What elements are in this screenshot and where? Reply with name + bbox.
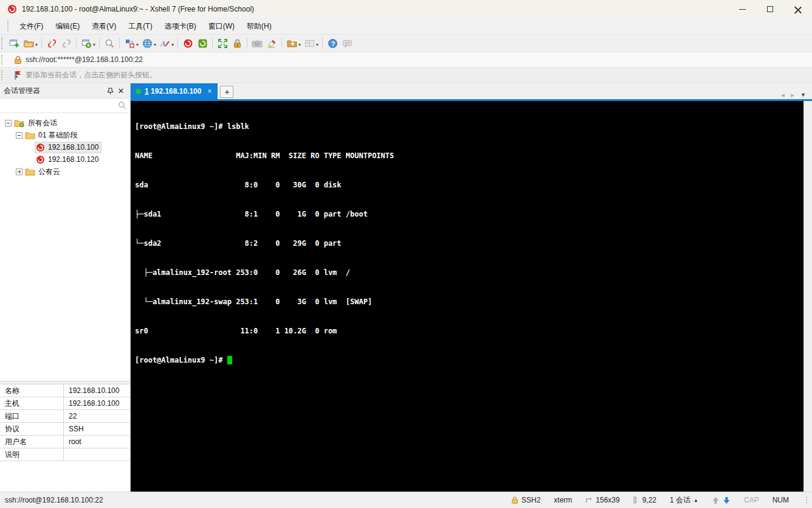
terminal-line: NAME MAJ:MIN RM SIZE RO TYPE MOUNTPOINTS [135,151,394,161]
info-grip[interactable] [1,70,5,81]
session-properties-table: 名称192.168.10.100 主机192.168.10.100 端口22 协… [0,384,130,461]
property-row: 说明 [0,448,130,461]
address-url[interactable]: ssh://root:******@192.168.10.100:22 [26,55,143,64]
minimize-button[interactable] [728,0,756,18]
fullscreen-icon[interactable] [215,36,230,50]
new-terminal-dropdown-caret[interactable]: ▾ [298,42,301,47]
tab-session-active[interactable]: 1 192.168.10.100 × [131,83,218,99]
find-icon[interactable] [102,36,117,50]
encryption-lock-icon [511,496,518,504]
resize-icon [585,496,593,504]
new-terminal-icon[interactable] [284,36,299,50]
session-search-input[interactable] [0,99,130,113]
info-message: 要添加当前会话，点击左侧的箭头按钮。 [26,70,157,80]
new-session-icon[interactable] [7,36,21,50]
menu-edit[interactable]: 编辑(E) [50,19,85,34]
property-row: 主机192.168.10.100 [0,397,130,410]
menu-window[interactable]: 窗口(W) [203,19,240,34]
menu-file[interactable]: 文件(F) [14,19,49,34]
session-properties-icon[interactable] [79,36,94,50]
status-terminal-type[interactable]: xterm [554,496,572,504]
svg-text:?: ? [331,40,335,47]
close-button[interactable] [784,0,812,18]
title-bar: 192.168.10.100 - root@AlmaLinux9:~ - Xsh… [0,0,812,18]
flag-icon[interactable] [14,71,22,80]
web-browser-icon[interactable] [140,36,154,50]
highlight-icon[interactable] [264,36,279,50]
property-row: 协议SSH [0,423,130,436]
tree-item-folder-01[interactable]: 01 基础阶段 [0,129,130,141]
terminal-line: [root@AlmaLinux9 ~]# lsblk [135,122,394,131]
toolbar-grip[interactable] [7,21,11,32]
terminal-prompt: [root@AlmaLinux9 ~]# [135,355,227,365]
xshell-icon[interactable] [181,36,195,50]
session-search [0,99,130,113]
svg-text:A: A [160,39,165,48]
toolbar-grip[interactable] [1,37,5,49]
tree-item-public-cloud[interactable]: 公有云 [0,165,130,178]
menu-view[interactable]: 查看(V) [86,19,122,34]
properties-dropdown-caret[interactable]: ▾ [93,42,95,47]
help-icon[interactable]: ? [325,36,340,50]
tab-scroll-right-icon[interactable]: ▸ [791,91,794,99]
chevron-up-icon: ▲ [693,498,698,503]
search-icon[interactable] [118,101,126,111]
font-icon[interactable]: A [157,36,172,50]
tab-list-dropdown-icon[interactable]: ▼ [800,92,806,98]
address-grip[interactable] [1,55,5,65]
xftp-icon[interactable] [195,36,210,50]
reconnect-icon[interactable] [59,36,74,50]
session-icon [36,155,45,164]
session-manager-panel: 会话管理器 ✕ 所有会话 01 基础阶段 [0,83,131,492]
new-tab-button[interactable]: + [220,86,233,98]
root-folder-icon [14,119,25,127]
info-bar: 要添加当前会话，点击左侧的箭头按钮。 [0,68,812,83]
font-dropdown-caret[interactable]: ▾ [171,42,174,47]
feedback-icon[interactable] [340,36,354,50]
lock-screen-icon[interactable] [230,36,244,50]
expand-icon[interactable] [16,169,22,175]
disconnect-icon[interactable] [44,36,59,50]
collapse-icon[interactable] [16,132,22,139]
tab-scroll-left-icon[interactable]: ◂ [781,91,785,99]
menu-tools[interactable]: 工具(T) [123,19,157,34]
session-count-dropdown[interactable]: 1 会话 ▲ [670,495,698,506]
browser-dropdown-caret[interactable]: ▾ [154,42,156,47]
tree-item-all-sessions[interactable]: 所有会话 [0,117,130,129]
virtual-keyboard-icon[interactable] [250,36,264,50]
tab-bar: 1 192.168.10.100 × + ◂ ▸ ▼ [131,83,812,99]
session-manager-title: 会话管理器 [4,86,105,96]
terminal-line: ├─almalinux_192-root 253:0 0 26G 0 lvm / [135,268,394,277]
resize-grip[interactable] [806,497,807,503]
menu-tabs[interactable]: 选项卡(B) [159,19,202,34]
menu-bar: 文件(F) 编辑(E) 查看(V) 工具(T) 选项卡(B) 窗口(W) 帮助(… [0,18,812,35]
collapse-icon[interactable] [5,120,12,127]
address-bar[interactable]: ssh://root:******@192.168.10.100:22 [0,52,812,68]
layout-icon[interactable] [302,36,317,50]
panel-close-icon[interactable]: ✕ [115,85,126,96]
window-title: 192.168.10.100 - root@AlmaLinux9:~ - Xsh… [22,5,254,13]
pin-icon[interactable] [105,85,115,96]
layout-dropdown-caret[interactable]: ▾ [316,42,318,47]
open-dropdown-caret[interactable]: ▾ [35,42,38,47]
open-folder-icon[interactable] [21,36,36,50]
folder-icon [25,167,35,176]
new-file-transfer-icon[interactable] [122,36,137,50]
scroll-up-icon[interactable] [712,496,720,504]
session-tree: 所有会话 01 基础阶段 192.168.10.100 192.168.10.1… [0,113,130,381]
status-bar: ssh://root@192.168.10.100:22 SSH2 xterm … [0,492,812,508]
menu-help[interactable]: 帮助(H) [241,19,277,34]
tree-item-session-120[interactable]: 192.168.10.120 [0,153,130,165]
scroll-down-icon[interactable] [723,496,731,504]
transfer-dropdown-caret[interactable]: ▾ [136,42,139,47]
property-row: 端口22 [0,410,130,423]
status-encryption: SSH2 [511,496,540,504]
folder-icon [25,131,35,139]
property-row: 用户名root [0,436,130,448]
terminal-line: sr0 11:0 1 10.2G 0 rom [135,326,394,336]
tree-item-session-100[interactable]: 192.168.10.100 [0,141,130,153]
terminal-screen[interactable]: [root@AlmaLinux9 ~]# lsblk NAME MAJ:MIN … [131,101,812,492]
maximize-button[interactable] [756,0,784,18]
tab-close-icon[interactable]: × [207,87,212,96]
terminal-scrollbar[interactable] [803,101,812,492]
